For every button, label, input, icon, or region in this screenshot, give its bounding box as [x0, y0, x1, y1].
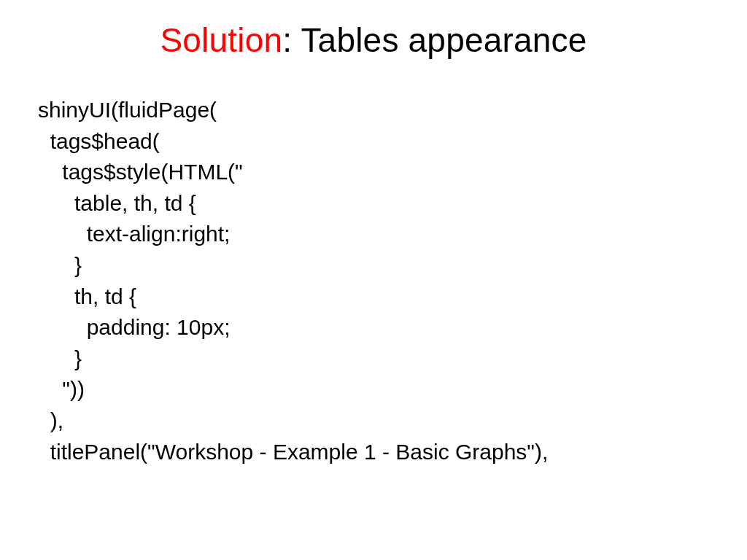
code-line: ")) — [38, 377, 85, 401]
code-line: titlePanel("Workshop - Example 1 - Basic… — [38, 440, 548, 464]
title-accent: Solution — [160, 21, 282, 59]
code-line: shinyUI(fluidPage( — [38, 98, 217, 122]
code-line: tags$style(HTML(" — [38, 160, 243, 184]
code-line: } — [38, 346, 82, 370]
code-line: ), — [38, 408, 63, 432]
slide: Solution: Tables appearance shinyUI(flui… — [0, 0, 747, 560]
title-rest: : Tables appearance — [282, 21, 587, 59]
code-line: tags$head( — [38, 129, 160, 153]
code-line: padding: 10px; — [38, 315, 231, 339]
slide-title: Solution: Tables appearance — [0, 0, 747, 60]
code-line: th, td { — [38, 284, 136, 308]
code-line: table, th, td { — [38, 191, 196, 215]
code-line: } — [38, 253, 82, 277]
code-block: shinyUI(fluidPage( tags$head( tags$style… — [38, 95, 548, 467]
code-line: text-align:right; — [38, 222, 230, 246]
